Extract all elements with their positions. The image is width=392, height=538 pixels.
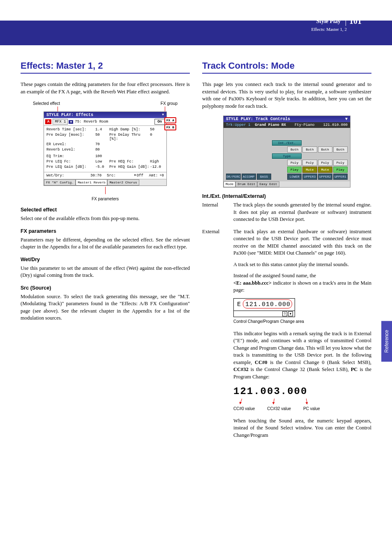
bullet-icon: ● — [288, 311, 293, 316]
tc-track-name: DR/PERC — [226, 174, 241, 180]
tc-cell: Poly — [318, 160, 332, 166]
tc-playmute-cell: Mute — [318, 167, 332, 173]
def-internal-term: Internal — [202, 202, 233, 223]
track-controls-intro: This page lets you connect each track to… — [202, 81, 371, 110]
ccpc-label-2: CC#32 value — [267, 406, 291, 412]
fx-parameters-heading: FX parameters — [21, 228, 190, 234]
def-external-p4: This indicator begins with a remark sayi… — [233, 330, 371, 381]
tc-trk-label: Trk:Upper 1 — [226, 123, 250, 127]
fx-param-row: ER Level:70 — [46, 142, 164, 146]
selected-effect-heading: Selected effect — [21, 207, 190, 213]
tc-track-name: LOWER — [287, 174, 302, 180]
header-subtitle: Effects: Master 1, 2 — [21, 27, 347, 32]
ccpc-figure: 121.003.000 CC#0 value CC#32 value PC va… — [233, 385, 371, 412]
caption-selected-effect: Selected effect — [33, 101, 60, 106]
effects-heading: Effects: Master 1, 2 — [21, 60, 190, 74]
fx-param-row: Reverb Time [sec]:1.4High Damp [%]:50 — [46, 128, 164, 132]
tc-figure: STYLE PLAY: Track Controls ▼ Trk:Upper 1… — [202, 116, 371, 188]
fx-param-row: Pre LEQ Gain [dB]:-5.0Pre HEQ Gain [dB]:… — [46, 165, 164, 169]
def-external-p1: The track plays an external (hardware or… — [233, 228, 371, 257]
wetdry-label: Wet/Dry: — [46, 174, 90, 178]
menu-triangle-icon: ▼ — [345, 117, 348, 121]
fx-param-row: Reverb Level:80 — [46, 148, 164, 152]
fx-bottom-tab: FX "A" Config. — [44, 179, 76, 186]
def-external-term: External — [202, 228, 233, 443]
fxa-tab: FX A — [164, 117, 176, 123]
tc-track-name: UPPER3 — [302, 174, 317, 180]
tc-title: STYLE PLAY: Track Controls — [226, 117, 290, 121]
src-text: Modulation source. To select the track g… — [21, 293, 190, 322]
tc-screenshot: STYLE PLAY: Track Controls ▼ Trk:Upper 1… — [223, 116, 350, 188]
fx-figure: Selected effect FX group STYLE PLAY: Eff… — [21, 101, 190, 201]
wetdry-heading: Wet/Dry — [21, 257, 190, 262]
tc-cell: Both — [318, 146, 332, 153]
tc-track-name: BASS — [257, 174, 271, 180]
fx-param-row: Pre LEQ Fc:LowPre HEQ Fc:High — [46, 160, 164, 164]
e-indicator-numbers: 121.010.000 — [245, 301, 291, 308]
tc-fty: Fty-Piano — [295, 123, 315, 127]
right-column: Track Controls: Mode This page lets you … — [202, 60, 371, 448]
intext-header: Int./Ext. — [272, 140, 302, 146]
header-section: Style Play — [316, 18, 341, 25]
wetdry-text: Use this parameter to set the amount of … — [21, 265, 190, 279]
left-column: Effects: Master 1, 2 These pages contain… — [21, 60, 190, 448]
fx-screenshot: STYLE PLAY: Effects ▼ A MFX 1 ▼ 75: Reve… — [44, 111, 167, 186]
tc-cell: Both — [302, 146, 317, 153]
type-header: Type — [272, 153, 302, 159]
fx-title: STYLE PLAY: Effects — [46, 113, 93, 117]
selected-effect-text: Select one of the available effects from… — [21, 215, 190, 223]
tc-sound-name: Grand Piano RX — [255, 123, 286, 127]
fxb-tab: FX B — [164, 124, 176, 130]
tc-track-name: UPPER2 — [318, 174, 332, 180]
effect-name: 75: Reverb Room — [73, 119, 153, 124]
tc-playmute-cell: Play — [287, 167, 302, 173]
effects-intro: These pages contain the editing paramete… — [21, 81, 190, 95]
tc-bank: 121.010.000 — [323, 123, 348, 127]
fx-parameters-text: Parameters may be different, depending o… — [21, 237, 190, 251]
e-indicator-caption: Control Change/Program Change area — [233, 319, 371, 325]
tc-playmute-cell: Play — [333, 167, 348, 173]
caption-fx-params: FX parameters — [21, 197, 190, 201]
fx-param-row: EQ Trim:100 — [46, 154, 164, 158]
track-controls-heading: Track Controls: Mode — [202, 60, 371, 74]
tc-bottom-tab: Easy Edit — [257, 181, 279, 187]
src-value: Off — [137, 174, 149, 178]
fx-on-toggle: On — [154, 119, 165, 125]
wetdry-value: 30:70 — [90, 174, 107, 178]
tc-cell: Poly — [287, 160, 302, 166]
ccpc-label-3: PC value — [303, 406, 320, 412]
e-indicator-figure: E 121.010.000 0 ● — [233, 298, 295, 317]
header-page-number: 101 — [346, 16, 362, 26]
src-heading: Src (Source) — [21, 285, 190, 291]
tc-playmute-cell: Mute — [302, 167, 317, 173]
tc-track-name: ACCOMP — [242, 174, 256, 180]
caption-fx-group: FX group — [161, 101, 178, 106]
def-external-p2: A track set to this status cannot play t… — [233, 261, 371, 269]
tc-bottom-tab: Drum Edit — [235, 181, 257, 187]
fx-bottom-tab: Master1 Reverb — [76, 179, 107, 186]
amt-value: +0 — [159, 174, 164, 178]
tc-cell: Poly — [333, 160, 348, 166]
tc-cell: Poly — [302, 160, 317, 166]
side-reference-tab: Reference — [381, 321, 392, 362]
fx-group-badge: A — [45, 119, 51, 124]
def-external-p3: Instead of the assigned Sound name, the … — [233, 272, 371, 294]
src-label: Src: — [107, 174, 133, 178]
fx-bottom-tab: Master2 Chorus — [107, 179, 139, 186]
def-external-p5: When touching the Sound area, the numeri… — [233, 417, 371, 439]
dropdown-icon: ▼ — [69, 120, 73, 124]
tc-cell: Both — [333, 146, 348, 153]
octave-icon: 0 — [282, 311, 287, 316]
tc-bottom-tab: Mode — [224, 181, 235, 187]
fx-param-row: Pre Delay [msec]:50Pre Delay Thru [%]:0 — [46, 133, 164, 141]
ccpc-number: 121.003.000 — [233, 385, 371, 399]
ccpc-label-1: CC#0 value — [233, 406, 255, 412]
tc-track-name: UPPER1 — [333, 174, 348, 180]
e-indicator-e: E — [237, 301, 241, 308]
tc-cell: Both — [287, 146, 302, 153]
mfx-label: MFX 1 — [53, 119, 68, 125]
menu-triangle-icon: ▼ — [162, 113, 164, 117]
amt-label: Amt: — [149, 174, 158, 178]
def-internal-desc: The track plays the sounds generated by … — [233, 202, 371, 223]
intext-heading: Int./Ext. (Internal/External) — [202, 193, 371, 199]
